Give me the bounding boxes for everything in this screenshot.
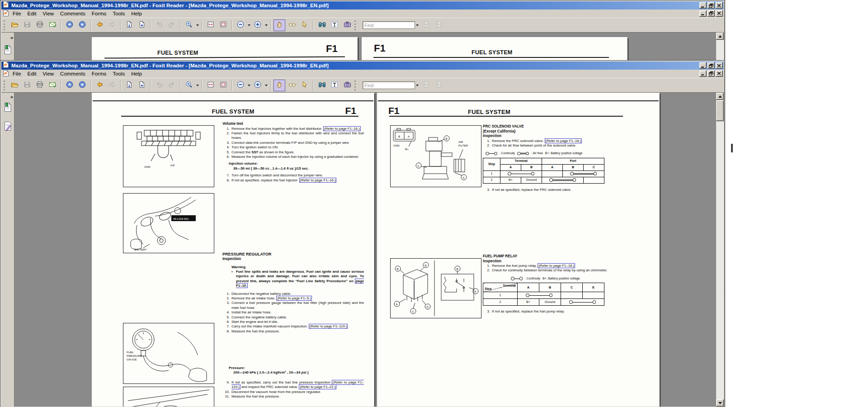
toolbar-select-tool-button[interactable] xyxy=(299,19,311,31)
toolbar-zoom-in-dropdown[interactable] xyxy=(264,20,269,30)
close-button[interactable] xyxy=(716,10,723,17)
page-reference-link[interactable]: (Refer to page F1–18.) xyxy=(538,263,575,268)
page-reference-link[interactable]: (Refer to page F1–16.) xyxy=(299,178,337,183)
toolbar-find-prev-button[interactable] xyxy=(420,80,432,91)
toolbar-fit-page-button[interactable] xyxy=(217,19,229,31)
toolbar-undo-button[interactable] xyxy=(153,19,165,31)
menu-item-help[interactable]: Help xyxy=(128,10,145,17)
title-bar[interactable]: Mazda_Protege_Workshop_Manual_1994-1998r… xyxy=(1,62,724,70)
toolbar-select-text-button[interactable] xyxy=(329,80,340,91)
minimize-button[interactable] xyxy=(699,71,707,77)
toolbar-open-button[interactable] xyxy=(9,19,20,31)
toolbar-save-button[interactable] xyxy=(21,80,33,91)
comments-panel-button[interactable] xyxy=(3,121,13,133)
toolbar-find-prev-button[interactable] xyxy=(420,19,432,31)
menu-item-comments[interactable]: Comments xyxy=(57,71,89,77)
menu-item-forms[interactable]: Forms xyxy=(89,71,110,77)
menu-item-file[interactable]: File xyxy=(9,10,24,17)
toolbar-grip[interactable] xyxy=(4,80,6,90)
toolbar-insert-pages-button[interactable] xyxy=(123,80,135,91)
toolbar-fit-width-button[interactable] xyxy=(205,19,217,31)
toolbar-find-next-button[interactable] xyxy=(433,80,444,91)
toolbar-extract-pages-button[interactable] xyxy=(136,19,148,31)
toolbar-go-back-button[interactable] xyxy=(94,80,105,91)
toolbar-zoom-out-button[interactable] xyxy=(235,19,246,31)
page-reference-link[interactable]: (Refer to page F1–5.) xyxy=(276,296,312,301)
menu-item-file[interactable]: File xyxy=(9,71,24,77)
menu-item-view[interactable]: View xyxy=(39,71,57,77)
menu-item-view[interactable]: View xyxy=(39,10,57,17)
toolbar-go-back-button[interactable] xyxy=(94,19,105,31)
close-button[interactable] xyxy=(716,71,723,77)
title-bar[interactable]: Mazda_Protege_Workshop_Manual_1994-1998r… xyxy=(1,1,724,9)
expand-panel-button[interactable]: » xyxy=(10,35,13,40)
toolbar-hand-tool-button[interactable] xyxy=(274,19,285,31)
toolbar-insert-pages-button[interactable] xyxy=(123,19,135,31)
page-reference-link[interactable]: (Refer to page F1–16.) xyxy=(323,126,361,131)
toolbar-grip[interactable] xyxy=(354,20,357,30)
minimize-button[interactable] xyxy=(699,62,707,69)
bookmarks-panel-button[interactable] xyxy=(3,44,13,57)
menu-item-comments[interactable]: Comments xyxy=(57,10,89,17)
menu-item-forms[interactable]: Forms xyxy=(89,10,110,17)
page-reference-link[interactable]: (Refer to page F1–119.) xyxy=(309,324,348,329)
toolbar-print-button[interactable] xyxy=(34,19,46,31)
toolbar-page-up-button[interactable] xyxy=(64,19,75,31)
toolbar-email-button[interactable] xyxy=(47,80,58,91)
toolbar-snapshot-button[interactable] xyxy=(341,80,353,91)
find-input[interactable] xyxy=(363,81,415,89)
toolbar-search-button[interactable] xyxy=(316,19,328,31)
scrollbar-thumb[interactable] xyxy=(716,100,724,121)
toolbar-undo-button[interactable] xyxy=(153,80,165,91)
toolbar-zoom-marquee-dropdown[interactable] xyxy=(195,20,200,30)
page-reference-link[interactable]: page F1–10. xyxy=(236,279,364,288)
restore-button[interactable] xyxy=(708,2,715,9)
toolbar-page-down-button[interactable] xyxy=(76,80,88,91)
toolbar-go-forward-button[interactable] xyxy=(106,80,118,91)
pdf-page-right[interactable]: F1 FUEL SYSTEM xyxy=(377,93,660,407)
toolbar-extract-pages-button[interactable] xyxy=(136,80,148,91)
close-button[interactable] xyxy=(716,62,723,69)
menu-item-help[interactable]: Help xyxy=(128,71,145,77)
toolbar-zoom-in-button[interactable] xyxy=(252,19,264,31)
toolbar-page-up-button[interactable] xyxy=(64,80,75,91)
toolbar-open-button[interactable] xyxy=(9,80,20,91)
toolbar-grip[interactable] xyxy=(4,20,6,30)
menu-item-tools[interactable]: Tools xyxy=(109,71,128,77)
scroll-up-button[interactable] xyxy=(716,33,724,40)
toolbar-select-tool-button[interactable] xyxy=(299,80,311,91)
toolbar-loupe-button[interactable] xyxy=(286,80,298,91)
menu-item-edit[interactable]: Edit xyxy=(24,10,40,17)
toolbar-zoom-out-dropdown[interactable] xyxy=(247,80,251,90)
toolbar-email-button[interactable] xyxy=(47,19,58,31)
close-button[interactable] xyxy=(716,2,723,9)
toolbar-loupe-button[interactable] xyxy=(286,19,298,31)
toolbar-fit-page-button[interactable] xyxy=(217,80,229,91)
scroll-up-button[interactable] xyxy=(716,93,724,100)
minimize-button[interactable] xyxy=(699,2,707,9)
restore-button[interactable] xyxy=(708,71,715,77)
toolbar-zoom-marquee-button[interactable] xyxy=(183,19,195,31)
vertical-scrollbar[interactable] xyxy=(716,93,724,407)
find-input[interactable] xyxy=(363,21,415,29)
toolbar-select-text-button[interactable] xyxy=(329,19,340,31)
scroll-down-button[interactable] xyxy=(716,399,724,407)
page-reference-link[interactable]: (Refer to page F1–22.) xyxy=(299,384,336,389)
toolbar-hand-tool-button[interactable] xyxy=(274,80,285,91)
menu-item-edit[interactable]: Edit xyxy=(24,71,40,77)
menu-item-tools[interactable]: Tools xyxy=(109,10,128,17)
toolbar-page-down-button[interactable] xyxy=(76,19,88,31)
toolbar-zoom-out-dropdown[interactable] xyxy=(247,20,251,30)
toolbar-print-button[interactable] xyxy=(34,80,46,91)
bookmarks-panel-button[interactable] xyxy=(3,102,13,114)
toolbar-save-button[interactable] xyxy=(21,19,33,31)
toolbar-go-forward-button[interactable] xyxy=(106,19,118,31)
toolbar-fit-width-button[interactable] xyxy=(205,80,217,91)
page-reference-link[interactable]: (Refer to page F1–120.) xyxy=(231,380,364,389)
find-dropdown-button[interactable] xyxy=(415,80,420,90)
toolbar-zoom-in-button[interactable] xyxy=(252,80,264,91)
toolbar-redo-button[interactable] xyxy=(166,80,178,91)
restore-button[interactable] xyxy=(708,62,715,69)
expand-panel-button[interactable]: » xyxy=(10,95,13,99)
page-reference-link[interactable]: (Refer to page F1–18.) xyxy=(545,138,582,143)
